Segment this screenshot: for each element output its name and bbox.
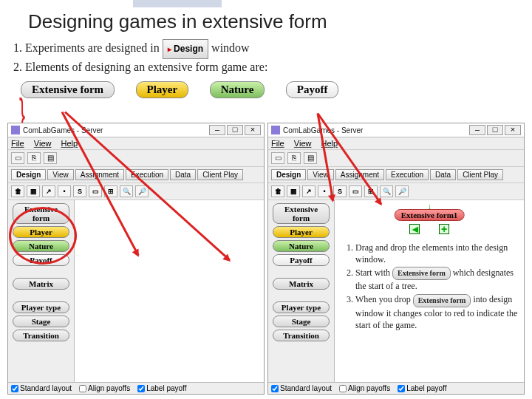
- toolbar-icon[interactable]: ▭: [271, 152, 284, 164]
- tool-trash-icon[interactable]: 🗑: [271, 185, 284, 197]
- palette-player[interactable]: Player: [13, 226, 69, 238]
- toolbar-icon[interactable]: ▤: [304, 152, 317, 164]
- tool-icon[interactable]: ⊞: [364, 185, 378, 197]
- window-title: ComLabGames - Server: [23, 126, 208, 134]
- palette-payoff[interactable]: Payoff: [273, 254, 330, 266]
- maximize-button[interactable]: □: [487, 125, 503, 135]
- maximize-button[interactable]: □: [227, 125, 243, 135]
- chip-payoff: Payoff: [286, 81, 339, 98]
- tool-icon[interactable]: ↗: [42, 185, 55, 197]
- tool-zoom-icon[interactable]: 🔍: [120, 185, 133, 197]
- iconbar: ▭ ⎘ ▤: [268, 150, 524, 167]
- status-label-payoff[interactable]: Label payoff: [398, 384, 446, 392]
- menubar: File View Help: [268, 137, 524, 150]
- tab-data[interactable]: Data: [170, 169, 196, 180]
- status-standard-layout[interactable]: Standard layout: [11, 384, 72, 392]
- tool-icon[interactable]: ▭: [349, 185, 362, 197]
- menubar: File View Help: [8, 137, 264, 150]
- menu-file[interactable]: File: [11, 139, 24, 148]
- tab-client-play[interactable]: Client Play: [457, 169, 503, 180]
- tab-assignment[interactable]: Assignment: [75, 169, 124, 180]
- status-standard-layout[interactable]: Standard layout: [271, 384, 332, 392]
- palette-payoff[interactable]: Payoff: [13, 254, 69, 266]
- titlebar: ComLabGames - Server – □ ×: [268, 123, 524, 137]
- inline-chip-extensive-form: Extensive form: [392, 267, 451, 280]
- menu-help[interactable]: Help: [321, 139, 338, 148]
- iconbar: ▭ ⎘ ▤: [8, 150, 264, 167]
- tab-view[interactable]: View: [47, 169, 74, 180]
- palette-matrix[interactable]: Matrix: [13, 278, 69, 290]
- slide-title: Designing games in extensive form: [0, 0, 532, 39]
- tool-icon[interactable]: ↗: [302, 185, 316, 197]
- tab-execution[interactable]: Execution: [386, 169, 429, 180]
- palette-player[interactable]: Player: [273, 226, 330, 238]
- menu-view[interactable]: View: [294, 139, 312, 148]
- status-align-payoffs[interactable]: Align payoffs: [79, 384, 130, 392]
- palette: Extensive form Player Nature Payoff Matr…: [8, 200, 75, 382]
- handle-expand-icon[interactable]: +: [439, 224, 449, 234]
- tabbar: Design View Assignment Execution Data Cl…: [8, 167, 264, 183]
- dropped-node[interactable]: Extensive form1: [393, 209, 466, 221]
- palette-extensive-form[interactable]: Extensive form: [273, 203, 330, 224]
- tool-trash-icon[interactable]: 🗑: [11, 185, 24, 197]
- toolbar-icon[interactable]: ⎘: [287, 152, 301, 164]
- app-icon: [271, 126, 280, 134]
- tab-design[interactable]: Design: [11, 169, 46, 180]
- palette-matrix[interactable]: Matrix: [273, 278, 330, 290]
- toolbar-icon[interactable]: ▭: [11, 152, 24, 164]
- menu-view[interactable]: View: [34, 139, 52, 148]
- tool-icon[interactable]: S: [73, 185, 86, 197]
- instruction-1: Drag and drop the elements into the desi…: [355, 242, 508, 265]
- tool-icon[interactable]: S: [333, 185, 347, 197]
- tab-execution[interactable]: Execution: [126, 169, 168, 180]
- tool-icon[interactable]: ⊞: [104, 185, 117, 197]
- tool-zoom-icon[interactable]: 🔍: [380, 185, 393, 197]
- toolbar-icon[interactable]: ⎘: [27, 152, 41, 164]
- tool-icon[interactable]: •: [318, 185, 331, 197]
- intro-line2: 2. Elements of designing an extensive fo…: [13, 59, 532, 75]
- palette-nature[interactable]: Nature: [13, 240, 69, 252]
- close-button[interactable]: ×: [505, 125, 521, 135]
- window-title: ComLabGames - Server: [283, 126, 468, 134]
- tool-icon[interactable]: ▭: [89, 185, 102, 197]
- menu-file[interactable]: File: [271, 139, 284, 148]
- slide-accent: [133, 0, 222, 7]
- palette-extensive-form[interactable]: Extensive form: [13, 203, 69, 224]
- tool-zoom-icon[interactable]: 🔎: [395, 185, 409, 197]
- tab-design[interactable]: Design: [271, 169, 306, 180]
- tool-icon[interactable]: ▦: [27, 185, 40, 197]
- menu-help[interactable]: Help: [61, 139, 78, 148]
- node-extensive-form1: Extensive form1: [395, 209, 465, 221]
- close-button[interactable]: ×: [245, 125, 261, 135]
- app-window-left: ComLabGames - Server – □ × File View Hel…: [7, 123, 265, 395]
- tab-view[interactable]: View: [307, 169, 334, 180]
- intro-line1a: 1. Experiments are designed in: [13, 41, 163, 54]
- palette-stage[interactable]: Stage: [273, 316, 330, 327]
- palette: Extensive form Player Nature Payoff Matr…: [268, 200, 335, 382]
- palette-transition[interactable]: Transition: [13, 330, 69, 341]
- design-canvas[interactable]: [75, 200, 264, 382]
- tool-icon[interactable]: ▦: [287, 185, 300, 197]
- toolbar-icon[interactable]: ▤: [44, 152, 57, 164]
- handle-collapse-icon[interactable]: ◄: [409, 224, 420, 234]
- tab-data[interactable]: Data: [430, 169, 456, 180]
- tab-client-play[interactable]: Client Play: [197, 169, 243, 180]
- intro-text: 1. Experiments are designed in ▸ Design …: [0, 39, 532, 75]
- intro-line1b: window: [211, 41, 250, 54]
- minimize-button[interactable]: –: [209, 125, 225, 135]
- tab-assignment[interactable]: Assignment: [335, 169, 384, 180]
- palette-transition[interactable]: Transition: [273, 330, 330, 341]
- palette-nature[interactable]: Nature: [273, 240, 330, 252]
- chip-nature: Nature: [210, 81, 265, 98]
- minimize-button[interactable]: –: [469, 125, 485, 135]
- status-align-payoffs[interactable]: Align payoffs: [339, 384, 390, 392]
- palette-player-type[interactable]: Player type: [13, 301, 69, 313]
- palette-stage[interactable]: Stage: [13, 316, 69, 327]
- tool-zoom-icon[interactable]: 🔎: [135, 185, 149, 197]
- design-canvas[interactable]: ↓ Extensive form1 ◄ + Drag and drop the …: [335, 200, 524, 382]
- tool-icon[interactable]: •: [58, 185, 71, 197]
- palette-player-type[interactable]: Player type: [273, 301, 330, 313]
- element-chip-row: Extensive form Player Nature Payoff: [0, 75, 532, 104]
- status-label-payoff[interactable]: Label payoff: [137, 384, 186, 392]
- chip-extensive-form: Extensive form: [21, 81, 115, 98]
